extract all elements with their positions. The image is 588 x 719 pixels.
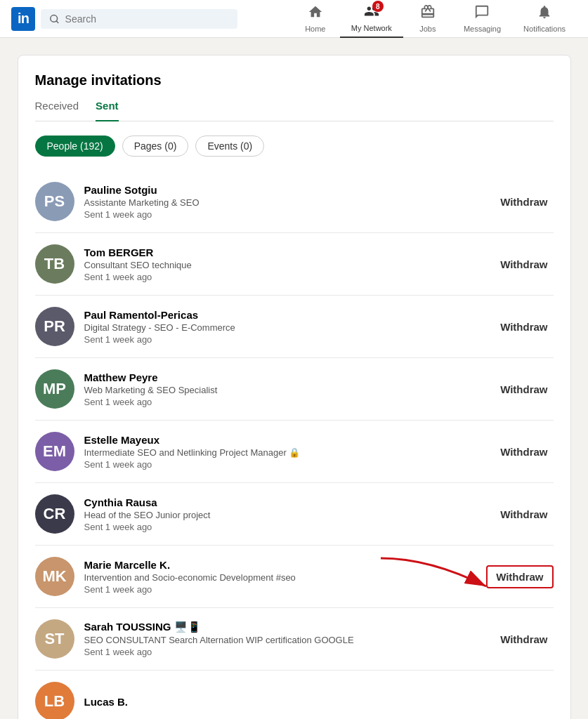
person-title: Assistante Marketing & SEO: [84, 197, 485, 208]
list-item: MKMarie Marcelle K.Intervention and Soci…: [35, 546, 554, 608]
person-name: Lucas B.: [84, 696, 554, 708]
logo-text: in: [18, 11, 29, 27]
person-sent: Sent 1 week ago: [84, 334, 485, 345]
list-item: PSPauline SotgiuAssistante Marketing & S…: [35, 171, 554, 233]
my-network-icon: 8: [364, 4, 379, 22]
person-info: Marie Marcelle K.Intervention and Socio-…: [84, 559, 477, 595]
avatar: EM: [35, 432, 74, 471]
withdraw-button[interactable]: Withdraw: [495, 443, 553, 461]
page-title: Manage invitations: [35, 72, 554, 88]
person-info: Paul Ramentol-PericasDigital Strategy - …: [84, 309, 485, 345]
avatar: PR: [35, 307, 74, 346]
nav-item-my-network[interactable]: 8 My Network: [340, 0, 403, 38]
search-bar[interactable]: [41, 9, 237, 29]
withdraw-button[interactable]: Withdraw: [495, 631, 553, 648]
withdraw-button[interactable]: Withdraw: [486, 565, 553, 588]
person-sent: Sent 1 week ago: [84, 584, 477, 595]
person-name: Marie Marcelle K.: [84, 559, 477, 571]
svg-line-1: [56, 20, 58, 22]
tab-bar: Received Sent: [35, 100, 554, 121]
filter-people[interactable]: People (192): [35, 136, 115, 157]
person-name: Matthew Peyre: [84, 371, 485, 383]
person-sent: Sent 1 week ago: [84, 397, 485, 407]
withdraw-button[interactable]: Withdraw: [495, 256, 553, 273]
avatar: CR: [35, 494, 74, 534]
nav-label-home: Home: [305, 25, 325, 33]
person-title: Web Marketing & SEO Specialist: [84, 385, 485, 395]
person-sent: Sent 1 week ago: [84, 522, 485, 532]
notifications-icon: [537, 4, 552, 23]
tab-received[interactable]: Received: [35, 100, 79, 121]
linkedin-logo[interactable]: in: [11, 7, 35, 31]
nav-label-my-network: My Network: [351, 24, 392, 32]
person-info: Lucas B.: [84, 696, 554, 708]
filter-events[interactable]: Events (0): [195, 136, 264, 157]
person-sent: Sent 1 week ago: [84, 459, 485, 470]
my-network-badge: 8: [372, 1, 384, 12]
main-content: Manage invitations Received Sent People …: [6, 55, 582, 719]
nav-item-notifications[interactable]: Notifications: [512, 0, 577, 38]
person-info: Sarah TOUSSING 🖥️📱SEO CONSULTANT Search …: [84, 621, 485, 657]
person-name: Tom BERGER: [84, 246, 485, 258]
withdraw-button[interactable]: Withdraw: [495, 318, 553, 336]
invitation-list: PSPauline SotgiuAssistante Marketing & S…: [35, 171, 554, 719]
list-item: LBLucas B.: [35, 671, 554, 719]
list-item: STSarah TOUSSING 🖥️📱SEO CONSULTANT Searc…: [35, 608, 554, 671]
person-title: Head of the SEO Junior project: [84, 510, 485, 520]
person-title: Digital Strategy - SEO - E-Commerce: [84, 322, 485, 333]
search-input[interactable]: [65, 13, 229, 25]
filter-pills: People (192) Pages (0) Events (0): [35, 136, 554, 157]
avatar: TB: [35, 244, 74, 284]
nav-label-notifications: Notifications: [523, 25, 566, 33]
invitations-card: Manage invitations Received Sent People …: [18, 55, 571, 719]
person-name: Sarah TOUSSING 🖥️📱: [84, 621, 485, 633]
person-name: Pauline Sotgiu: [84, 184, 485, 196]
avatar: ST: [35, 619, 74, 659]
jobs-icon: [420, 4, 436, 23]
person-title: Consultant SEO technique: [84, 260, 485, 270]
withdraw-button[interactable]: Withdraw: [495, 506, 553, 523]
avatar: MK: [35, 557, 74, 596]
person-title: Intermediate SEO and Netlinking Project …: [84, 447, 485, 458]
person-name: Cynthia Rausa: [84, 496, 485, 508]
nav-item-jobs[interactable]: Jobs: [403, 0, 452, 38]
list-item: TBTom BERGERConsultant SEO techniqueSent…: [35, 233, 554, 296]
person-title: SEO CONSULTANT Search Alternation WIP ce…: [84, 635, 485, 645]
person-name: Paul Ramentol-Pericas: [84, 309, 485, 321]
avatar: LB: [35, 682, 74, 719]
messaging-icon: [474, 4, 490, 23]
avatar: MP: [35, 369, 74, 409]
list-item: MPMatthew PeyreWeb Marketing & SEO Speci…: [35, 358, 554, 421]
person-sent: Sent 1 week ago: [84, 209, 485, 220]
nav-items: Home 8 My Network Jobs Messaging Not: [291, 0, 577, 38]
person-sent: Sent 1 week ago: [84, 272, 485, 282]
list-item: PRPaul Ramentol-PericasDigital Strategy …: [35, 296, 554, 358]
withdraw-button[interactable]: Withdraw: [495, 193, 553, 211]
person-info: Cynthia RausaHead of the SEO Junior proj…: [84, 496, 485, 532]
person-info: Estelle MayeuxIntermediate SEO and Netli…: [84, 434, 485, 470]
person-title: Intervention and Socio-economic Developm…: [84, 572, 477, 583]
nav-label-jobs: Jobs: [419, 25, 436, 33]
nav-item-home[interactable]: Home: [291, 0, 340, 38]
person-name: Estelle Mayeux: [84, 434, 485, 446]
avatar: PS: [35, 182, 74, 221]
filter-pages[interactable]: Pages (0): [122, 136, 189, 157]
nav-label-messaging: Messaging: [464, 25, 501, 33]
person-info: Tom BERGERConsultant SEO techniqueSent 1…: [84, 246, 485, 282]
person-sent: Sent 1 week ago: [84, 647, 485, 657]
withdraw-button[interactable]: Withdraw: [495, 381, 553, 398]
navbar: in Home 8 My Network Jobs: [0, 0, 588, 38]
search-icon: [49, 13, 60, 25]
home-icon: [308, 4, 323, 23]
person-info: Pauline SotgiuAssistante Marketing & SEO…: [84, 184, 485, 220]
person-info: Matthew PeyreWeb Marketing & SEO Special…: [84, 371, 485, 407]
tab-sent[interactable]: Sent: [96, 100, 119, 121]
list-item: EMEstelle MayeuxIntermediate SEO and Net…: [35, 421, 554, 483]
list-item: CRCynthia RausaHead of the SEO Junior pr…: [35, 483, 554, 546]
nav-item-messaging[interactable]: Messaging: [452, 0, 512, 38]
